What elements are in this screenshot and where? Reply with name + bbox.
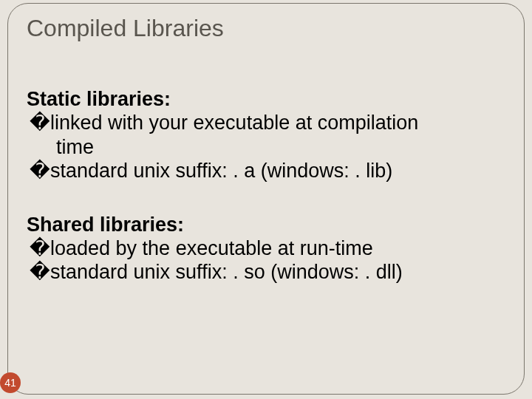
bullet-glyph-icon: �	[40, 111, 50, 134]
bullet-glyph-icon: �	[40, 159, 50, 183]
spacer	[27, 183, 502, 213]
bullet-text: standard unix suffix: . a (windows: . li…	[50, 160, 392, 182]
bullet-item: �standard unix suffix: . a (windows: . l…	[27, 159, 502, 183]
bullet-item: �standard unix suffix: . so (windows: . …	[27, 260, 502, 284]
slide-body: Static libraries: �linked with your exec…	[27, 87, 502, 284]
page-number-badge: 41	[0, 372, 21, 393]
bullet-glyph-icon: �	[40, 236, 50, 260]
bullet-item: �linked with your executable at compilat…	[27, 111, 502, 134]
bullet-text: loaded by the executable at run-time	[50, 237, 373, 259]
slide-title: Compiled Libraries	[27, 15, 224, 42]
bullet-glyph-icon: �	[40, 260, 50, 284]
bullet-text: standard unix suffix: . so (windows: . d…	[50, 261, 403, 283]
bullet-item-cont: time	[27, 135, 502, 159]
bullet-text: linked with your executable at compilati…	[50, 112, 418, 134]
section-heading-shared: Shared libraries:	[27, 213, 502, 236]
bullet-text-cont: time	[56, 136, 94, 158]
bullet-item: �loaded by the executable at run-time	[27, 236, 502, 260]
section-heading-static: Static libraries:	[27, 87, 502, 111]
